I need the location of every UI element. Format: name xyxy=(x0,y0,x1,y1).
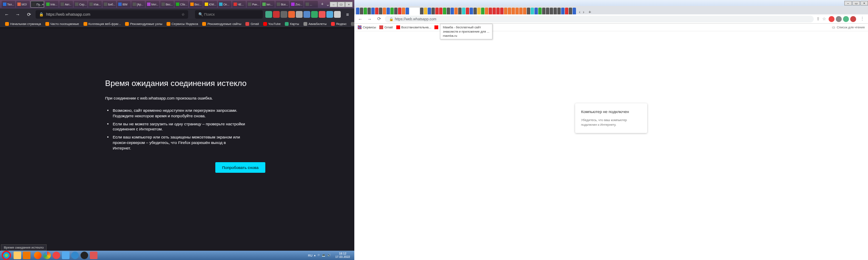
tab[interactable] xyxy=(367,8,371,14)
tab[interactable]: Сер... xyxy=(74,1,87,8)
ext-icon[interactable] xyxy=(296,11,303,18)
new-tab-button[interactable]: + xyxy=(587,9,593,14)
tab[interactable]: Оп... xyxy=(218,1,231,8)
ext-icon[interactable] xyxy=(265,11,272,18)
tray-network-icon[interactable]: 💻 xyxy=(322,254,326,257)
ext-icon[interactable] xyxy=(334,11,341,18)
close-window-button[interactable]: × xyxy=(345,2,353,7)
tab[interactable]: Мет... xyxy=(146,1,159,8)
tab[interactable]: ЮМ... xyxy=(203,1,217,8)
tab[interactable] xyxy=(496,8,500,14)
tab[interactable] xyxy=(523,8,526,14)
bookmark-item[interactable]: YouTube xyxy=(262,22,282,26)
bookmark-item[interactable]: Часто посещаемые xyxy=(44,22,81,26)
maximize-button[interactable]: ▭ xyxy=(852,1,860,6)
tab[interactable] xyxy=(504,8,507,14)
tab[interactable] xyxy=(515,8,519,14)
tab[interactable] xyxy=(458,8,462,14)
reload-button[interactable]: ⟳ xyxy=(376,16,382,22)
taskbar-chrome-icon[interactable] xyxy=(43,252,51,259)
tab[interactable]: Все... xyxy=(275,1,289,8)
taskbar-opera-icon[interactable] xyxy=(53,252,60,259)
minimize-button[interactable]: – xyxy=(844,1,852,6)
bookmark-star-icon[interactable]: ☆ xyxy=(181,12,185,17)
tab[interactable] xyxy=(424,8,427,14)
ext-icon[interactable] xyxy=(836,16,842,22)
tab[interactable] xyxy=(390,8,394,14)
bookmark-item[interactable]: Начальная страница xyxy=(3,22,43,26)
tab[interactable]: len... xyxy=(261,1,275,8)
retry-button[interactable]: Попробовать снова xyxy=(215,162,265,173)
tab[interactable] xyxy=(473,8,477,14)
tray-volume-icon[interactable]: 🔊 xyxy=(327,254,331,257)
tab[interactable] xyxy=(531,8,534,14)
tab[interactable] xyxy=(542,8,545,14)
tab-active[interactable] xyxy=(409,8,420,14)
tab[interactable] xyxy=(443,8,446,14)
tab[interactable] xyxy=(565,8,568,14)
lang-indicator[interactable]: RU xyxy=(308,254,312,257)
minimize-button[interactable]: – xyxy=(330,2,337,7)
tab[interactable]: Вес... xyxy=(160,1,174,8)
search-bar[interactable]: 🔍 Поиск xyxy=(195,10,263,19)
tab[interactable] xyxy=(492,8,496,14)
tab[interactable]: Рин... xyxy=(247,1,260,8)
tab[interactable] xyxy=(454,8,458,14)
tab[interactable] xyxy=(512,8,515,14)
tab[interactable] xyxy=(428,8,431,14)
tab[interactable] xyxy=(481,8,484,14)
bookmark-item[interactable]: Восстановительна... xyxy=(396,25,431,29)
tab[interactable] xyxy=(447,8,450,14)
tab[interactable]: Тел... xyxy=(2,1,15,8)
tab[interactable] xyxy=(360,8,363,14)
tab[interactable]: ЧЕ... xyxy=(232,1,246,8)
tab[interactable] xyxy=(485,8,488,14)
tab[interactable] xyxy=(462,8,465,14)
tab[interactable] xyxy=(394,8,398,14)
tab[interactable] xyxy=(387,8,390,14)
maximize-button[interactable]: ▭ xyxy=(337,2,345,7)
tab[interactable] xyxy=(435,8,439,14)
taskbar-app-icon[interactable] xyxy=(71,252,79,259)
tab[interactable] xyxy=(356,8,359,14)
bookmark-item[interactable]: Коллекция веб-фраг... xyxy=(82,22,123,26)
tab[interactable]: Изв... xyxy=(88,1,102,8)
reload-button[interactable]: ⟳ xyxy=(25,10,33,19)
tab[interactable] xyxy=(431,8,435,14)
ext-icon[interactable] xyxy=(288,11,295,18)
tab[interactable] xyxy=(519,8,523,14)
bookmark-item[interactable]: Карты xyxy=(283,22,300,26)
tray-icon[interactable]: ⚐ xyxy=(317,254,320,257)
tab[interactable] xyxy=(538,8,542,14)
tab[interactable] xyxy=(466,8,469,14)
tab[interactable] xyxy=(451,8,454,14)
taskbar-explorer-icon[interactable] xyxy=(14,252,21,259)
bookmark-item[interactable]: Gmail xyxy=(379,25,393,29)
share-icon[interactable]: ⇪ xyxy=(816,17,820,21)
bookmark-item[interactable]: Авиабилеты xyxy=(302,22,328,26)
tab[interactable] xyxy=(398,8,401,14)
tab[interactable]: Zvo... xyxy=(290,1,303,8)
bookmark-item[interactable]: Яндекс xyxy=(329,22,348,26)
tab[interactable]: Inte... xyxy=(45,1,58,8)
tab[interactable]: Биб... xyxy=(103,1,116,8)
tray-arrow-icon[interactable]: ▴ xyxy=(314,254,316,257)
forward-button[interactable]: → xyxy=(366,16,373,22)
tab[interactable] xyxy=(402,8,405,14)
tab[interactable]: ... xyxy=(304,1,318,8)
tab[interactable] xyxy=(500,8,504,14)
url-bar[interactable]: 🔒 https://web.whatsapp.com ☆ xyxy=(36,10,188,19)
tab[interactable] xyxy=(554,8,557,14)
tab[interactable]: МО! xyxy=(16,1,30,8)
start-button[interactable] xyxy=(2,251,11,260)
tab[interactable] xyxy=(470,8,473,14)
close-icon[interactable]: × xyxy=(42,3,44,6)
tab[interactable] xyxy=(406,8,409,14)
taskbar-firefox-icon[interactable] xyxy=(34,252,42,259)
bookmark-star-icon[interactable]: ☆ xyxy=(822,17,826,21)
taskbar-steam-icon[interactable] xyxy=(81,252,88,259)
taskbar-app-icon[interactable] xyxy=(90,252,97,259)
taskbar-app-icon[interactable] xyxy=(23,252,31,259)
tab[interactable] xyxy=(364,8,367,14)
omnibox[interactable]: 🔒 https://web.whatsapp.com xyxy=(385,16,814,22)
